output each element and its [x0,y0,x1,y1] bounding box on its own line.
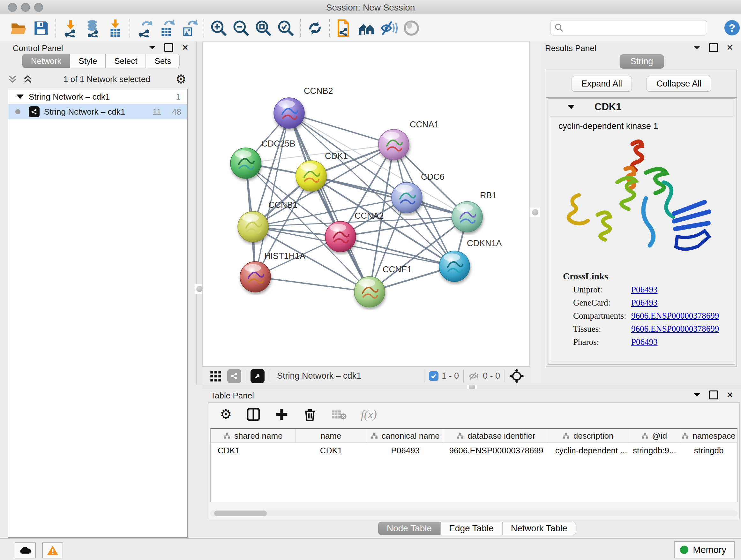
export-network-icon[interactable] [133,18,156,38]
memory-button[interactable]: Memory [674,541,735,558]
column-header[interactable]: database identifier [444,429,548,443]
zoom-selected-icon[interactable] [274,18,297,38]
node-label: CCNB1 [268,200,298,210]
home-icon[interactable] [355,18,378,38]
import-network-database-icon[interactable] [82,18,104,38]
panel-close-icon[interactable]: ✕ [726,390,733,400]
tab-select[interactable]: Select [106,54,146,68]
column-header[interactable]: description [548,429,628,443]
selected-checkbox-icon[interactable] [429,371,439,381]
panel-float-icon[interactable] [164,43,173,52]
expand-all-networks-icon[interactable] [23,74,32,84]
zoom-in-icon[interactable] [207,18,230,38]
open-session-icon[interactable] [8,18,30,38]
column-header[interactable]: namespace [680,429,737,443]
tab-string[interactable]: String [620,54,664,69]
grid-view-icon[interactable] [209,370,222,382]
network-view-icon[interactable] [227,369,241,383]
network-graph[interactable]: CCNB2CCNA1CDC25BCDK1CDC6RB1CCNB1CCNA2CDK… [203,42,529,366]
zoom-fit-icon[interactable] [252,18,274,38]
warning-status-icon[interactable] [42,543,63,558]
network-edge[interactable] [311,176,467,217]
column-header[interactable]: @id [628,429,680,443]
network-node-RB1[interactable]: RB1 [452,191,497,232]
panel-float-icon[interactable] [709,390,718,399]
crosslink-link[interactable]: 9606.ENSP00000378699 [631,311,719,321]
column-header[interactable]: canonical name [366,429,444,443]
tab-style[interactable]: Style [70,54,106,68]
panel-close-icon[interactable]: ✕ [726,43,733,52]
table-cell[interactable]: cyclin-dependent ... [548,443,629,458]
network-row-selected[interactable]: String Network – cdk1 11 48 [8,104,187,119]
network-edge[interactable] [255,277,369,292]
toolbar-search-field[interactable] [550,20,707,36]
import-table-file-icon[interactable] [104,18,126,38]
search-input[interactable] [564,23,699,33]
crosslink-link[interactable]: P06493 [631,337,658,347]
node-details-header[interactable]: CDK1 [548,99,735,115]
right-splitter-handle[interactable] [530,207,540,217]
table-cell[interactable]: P06493 [366,443,444,458]
fit-selected-crosshair-icon[interactable] [509,369,524,383]
table-options-gear-icon[interactable]: ⚙ [220,408,232,421]
zoom-out-icon[interactable] [230,18,252,38]
apply-layout-icon[interactable] [304,18,326,38]
delete-column-icon[interactable] [303,408,317,422]
help-icon[interactable]: ? [723,19,741,37]
network-node-CCNE1[interactable]: CCNE1 [354,265,412,307]
table-cell[interactable]: stringdb [680,443,737,458]
table-cell[interactable]: CDK1 [296,443,367,458]
add-column-icon[interactable] [275,408,289,422]
expand-all-button[interactable]: Expand All [571,76,632,91]
table-cell[interactable]: 9606.ENSP00000378699 [444,443,548,458]
panel-menu-icon[interactable] [148,45,156,50]
export-image-icon[interactable] [178,18,200,38]
tab-node-table[interactable]: Node Table [378,522,441,535]
birds-eye-view-icon[interactable] [251,369,265,383]
table-cell[interactable]: stringdb:9... [628,443,680,458]
network-node-CDKN1A[interactable]: CDKN1A [439,239,502,282]
crosslinks-title: CrossLinks [563,271,733,282]
network-node-HIST1H1A[interactable]: HIST1H1A [240,251,306,292]
network-canvas[interactable]: CCNB2CCNA1CDC25BCDK1CDC6RB1CCNB1CCNA2CDK… [202,42,530,367]
table-cell[interactable]: CDK1 [211,443,296,458]
network-edge[interactable] [289,113,369,292]
hide-graphics-details-icon[interactable] [378,18,400,38]
export-table-icon[interactable] [156,18,178,38]
network-node-CCNA1[interactable]: CCNA1 [379,120,439,160]
network-from-selection-icon[interactable] [333,18,355,38]
collection-expand-icon[interactable] [17,95,23,99]
tab-network-table[interactable]: Network Table [502,522,576,535]
panel-close-icon[interactable]: ✕ [182,43,189,52]
save-session-icon[interactable] [30,18,52,38]
table-row[interactable]: CDK1 CDK1 P06493 9606.ENSP00000378699 cy… [211,443,737,458]
show-columns-icon[interactable] [246,407,261,422]
tab-network[interactable]: Network [22,54,70,68]
right-splitter[interactable] [530,42,544,385]
collapse-all-networks-icon[interactable] [8,74,17,84]
details-expand-icon[interactable] [568,105,575,109]
horizontal-splitter[interactable] [202,385,741,389]
crosslink-link[interactable]: 9606.ENSP00000378699 [631,324,719,334]
panel-menu-icon[interactable] [693,392,701,397]
network-node-CDC25B[interactable]: CDC25B [230,139,295,179]
table-horizontal-scrollbar[interactable] [210,510,738,516]
network-collection-row[interactable]: String Network – cdk1 1 [8,89,187,104]
panel-menu-icon[interactable] [693,45,701,50]
network-node-CCNB1[interactable]: CCNB1 [238,200,298,242]
network-node-CCNB2[interactable]: CCNB2 [274,86,333,128]
cloud-status-icon[interactable] [15,543,36,558]
column-header[interactable]: name [296,429,367,443]
network-edge[interactable] [289,113,394,145]
scrollbar-thumb[interactable] [214,510,267,516]
crosslink-link[interactable]: P06493 [631,298,658,308]
crosslink-link[interactable]: P06493 [631,285,658,295]
network-options-gear-icon[interactable]: ⚙ [176,73,186,85]
column-header[interactable]: shared name [211,429,296,443]
tab-sets[interactable]: Sets [146,54,180,68]
panel-float-icon[interactable] [709,43,718,52]
import-network-file-icon[interactable] [59,18,82,38]
tab-edge-table[interactable]: Edge Table [441,522,502,535]
left-splitter[interactable] [196,42,203,385]
collapse-all-button[interactable]: Collapse All [647,76,711,91]
